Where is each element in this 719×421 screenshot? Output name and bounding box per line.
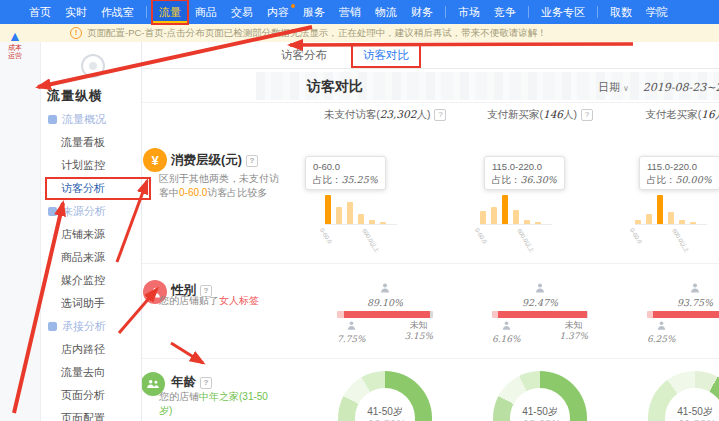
male-percent: 7.75%	[337, 320, 366, 345]
nav-item-finance[interactable]: 财务	[404, 0, 440, 24]
female-percent: 93.75%	[647, 297, 719, 308]
axis-label: 0-60.0	[474, 227, 488, 245]
female-icon	[534, 282, 546, 294]
nav-item-competition[interactable]: 竞争	[487, 0, 523, 24]
nav-item-academy[interactable]: 学院	[639, 0, 675, 24]
sidebar-item-item-source[interactable]: 商品来源	[41, 246, 141, 269]
gender-bar	[647, 311, 719, 318]
column-header-old-buyers: 支付老买家(16人)?	[615, 108, 719, 122]
help-icon[interactable]: ?	[434, 109, 446, 121]
sidebar-item-visitor-analysis[interactable]: 访客分析	[41, 177, 141, 200]
male-icon	[345, 320, 357, 332]
sidebar-item-page-config[interactable]: 页面配置	[41, 407, 141, 421]
tab-bar: 访客分布 访客对比	[141, 42, 719, 69]
help-icon[interactable]: ?	[200, 377, 212, 389]
chart-tooltip: 115.0-220.0 占比：50.00%	[639, 156, 719, 190]
axis-label: 600.0以上	[514, 227, 536, 255]
nav-item-data[interactable]: 取数	[603, 0, 639, 24]
sidebar-item-traffic-outflow[interactable]: 流量去向	[41, 361, 141, 384]
column-header-unpaid: 未支付访客(23,302人)?	[305, 108, 465, 122]
divider	[141, 102, 719, 103]
divider	[141, 263, 719, 264]
notice-text: 页面配置-PC-首页-点击分布页面已检测部分数据无法显示，正在处理中，建议稍后再…	[87, 27, 547, 40]
nav-divider	[146, 6, 147, 18]
sidebar: 流量纵横 流量概况 流量看板 计划监控 访客分析 来源分析 店铺来源 商品来源 …	[41, 42, 142, 421]
nav-item-trade[interactable]: 交易	[224, 0, 260, 24]
axis-label: 600.0以上	[359, 227, 381, 255]
female-percent: 89.10%	[337, 297, 433, 308]
dashboard-screen: 首页 实时 作战室 流量 商品 交易 内容 服务 营销 物流 财务 市场 竞争 …	[0, 0, 719, 421]
column-header-new-buyers: 支付新买家(146人)?	[460, 108, 620, 122]
male-percent: 6.16%	[492, 320, 521, 345]
date-label: 日期	[598, 81, 620, 93]
nav-item-traffic[interactable]: 流量	[152, 0, 188, 24]
help-icon[interactable]: ?	[246, 155, 258, 167]
date-picker[interactable]: 日期∨2019-08-23~20	[598, 80, 719, 95]
sidebar-item-instore-path[interactable]: 店内路径	[41, 338, 141, 361]
floating-widget[interactable]: ▲ 成本运营	[2, 29, 28, 60]
axis-label: 0-60.0	[319, 227, 333, 245]
nav-item-market[interactable]: 市场	[451, 0, 487, 24]
nav-item-realtime[interactable]: 实时	[58, 0, 94, 24]
nav-item-service[interactable]: 服务	[296, 0, 332, 24]
consume-chart-new: 115.0-220.0 占比：36.30% 0-60.0 600.0以上	[460, 154, 620, 234]
module-logo-icon	[81, 54, 105, 78]
sidebar-item-traffic-board[interactable]: 流量看板	[41, 131, 141, 154]
nav-item-logistics[interactable]: 物流	[368, 0, 404, 24]
sidebar-item-page-analysis[interactable]: 页面分析	[41, 384, 141, 407]
nav-item-home[interactable]: 首页	[22, 0, 58, 24]
age-donut-new: 41-50岁37.67%	[493, 371, 587, 421]
age-bucket: 41-50岁	[522, 405, 558, 418]
nav-item-bizzone[interactable]: 业务专区	[534, 0, 592, 24]
age-bucket: 41-50岁	[367, 405, 403, 418]
nav-item-warroom[interactable]: 作战室	[94, 0, 141, 24]
date-range-value: 2019-08-23~20	[643, 81, 719, 94]
sidebar-item-media-monitor[interactable]: 媒介监控	[41, 269, 141, 292]
mountain-icon: ▲	[2, 29, 28, 44]
tab-visitor-compare[interactable]: 访客对比	[351, 43, 421, 68]
chart-tooltip: 0-60.0 占比：35.25%	[305, 156, 386, 190]
age-donut-old: 41-50岁60.75%	[648, 371, 719, 421]
chevron-down-icon: ∨	[623, 84, 629, 93]
bar-chart	[325, 194, 397, 225]
tab-visitor-distribution[interactable]: 访客分布	[279, 45, 329, 66]
sidebar-title: 流量纵横	[41, 84, 141, 108]
unknown-percent: 未知1.37%	[559, 320, 588, 345]
notice-bar: ! 页面配置-PC-首页-点击分布页面已检测部分数据无法显示，正在处理中，建议稍…	[0, 24, 719, 42]
age-donut-unpaid: 41-50岁36.72%	[338, 371, 432, 421]
consume-row-title: 消费层级(元)?	[171, 152, 258, 169]
sidebar-item-landing-analysis[interactable]: 承接分析	[41, 315, 141, 338]
nav-item-marketing[interactable]: 营销	[332, 0, 368, 24]
sidebar-item-traffic-overview[interactable]: 流量概况	[41, 108, 141, 131]
info-icon: !	[70, 27, 82, 39]
age-row-desc: 您的店铺中年之家(31-50岁)	[159, 390, 281, 418]
gender-bar	[337, 311, 433, 318]
sidebar-item-shop-source[interactable]: 店铺来源	[41, 223, 141, 246]
axis-label: 600.0以上	[669, 227, 691, 255]
nav-divider	[528, 6, 529, 18]
male-icon	[655, 320, 667, 332]
main-content: 访客分布 访客对比 访客对比 日期∨2019-08-23~20 未支付访客(23…	[141, 42, 719, 421]
bar-chart	[480, 194, 552, 225]
female-icon	[689, 282, 701, 294]
menu-square-icon	[48, 322, 57, 331]
gender-row-desc: 您的店铺贴了女人标签	[159, 294, 281, 308]
male-percent: 6.25%	[647, 320, 676, 345]
nav-item-goods[interactable]: 商品	[188, 0, 224, 24]
help-icon[interactable]: ?	[581, 109, 593, 121]
menu-square-icon	[48, 207, 57, 216]
sidebar-item-plan-monitor[interactable]: 计划监控	[41, 154, 141, 177]
sidebar-item-word-helper[interactable]: 选词助手	[41, 292, 141, 315]
menu-square-icon	[48, 115, 57, 124]
yen-icon: ¥	[143, 148, 167, 172]
nav-item-content[interactable]: 内容	[260, 0, 296, 24]
widget-label: 成本运营	[7, 44, 23, 60]
nav-divider	[597, 6, 598, 18]
gender-col-unpaid: 89.10% 7.75% 未知3.15%	[305, 280, 465, 345]
sidebar-item-source-analysis[interactable]: 来源分析	[41, 200, 141, 223]
top-nav: 首页 实时 作战室 流量 商品 交易 内容 服务 营销 物流 财务 市场 竞争 …	[0, 0, 719, 24]
male-icon	[500, 320, 512, 332]
gender-col-new: 92.47% 6.16% 未知1.37%	[460, 280, 620, 345]
nav-divider	[445, 6, 446, 18]
gender-bar	[492, 311, 588, 318]
